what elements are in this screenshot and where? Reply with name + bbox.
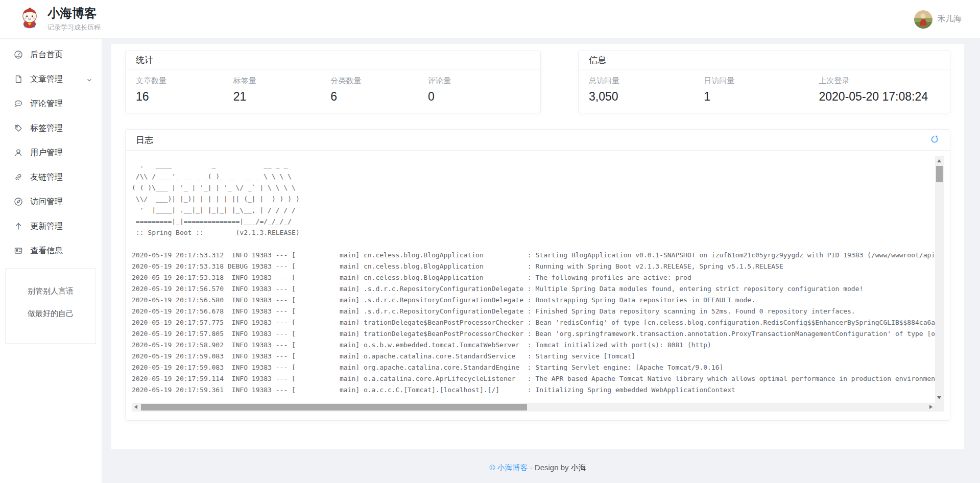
- idcard-icon: [14, 246, 23, 255]
- quote-line-2: 做最好的自己: [6, 302, 95, 325]
- stat-label: 总访问量: [589, 76, 704, 86]
- stat-value: 21: [233, 90, 331, 104]
- stat-value: 1: [704, 90, 819, 104]
- sidebar-item-label: 后台首页: [30, 50, 92, 60]
- stat-daily-visits: 日访问量 1: [704, 76, 819, 104]
- main-content: 统计 文章数量 16 标签量 21 分类数量 6: [111, 44, 964, 449]
- sidebar-item-users[interactable]: 用户管理: [0, 140, 102, 165]
- log-lines: 2020-05-19 20:17:53.312 INFO 19383 --- […: [132, 250, 935, 396]
- site-subtitle: 记录学习成长历程: [47, 23, 101, 32]
- username: 禾几海: [937, 14, 962, 25]
- sidebar-item-tags[interactable]: 标签管理: [0, 116, 102, 140]
- dashboard-icon: [14, 50, 23, 59]
- sidebar-quote-box: 别管别人言语 做最好的自己: [5, 268, 96, 344]
- admin-dashboard-page: 小海博客 记录学习成长历程 禾几海: [0, 0, 980, 483]
- footer-author: 小海: [571, 463, 586, 472]
- horizontal-scrollbar[interactable]: [132, 403, 935, 412]
- stat-articles: 文章数量 16: [136, 76, 233, 104]
- compass-icon: [14, 197, 23, 206]
- info-card-body: 总访问量 3,050 日访问量 1 上次登录 2020-05-20 17:08:…: [579, 69, 950, 104]
- sidebar: 后台首页 文章管理: [0, 39, 102, 483]
- sidebar-item-label: 更新管理: [30, 221, 92, 232]
- document-icon: [14, 75, 23, 84]
- stats-card-body: 文章数量 16 标签量 21 分类数量 6 评论量 0: [126, 69, 540, 104]
- sidebar-item-label: 评论管理: [30, 99, 92, 109]
- site-logo-icon: [18, 7, 41, 31]
- up-arrow-icon: [14, 222, 23, 231]
- sidebar-item-label: 用户管理: [30, 148, 92, 158]
- stats-card: 统计 文章数量 16 标签量 21 分类数量 6: [125, 51, 541, 113]
- stat-label: 上次登录: [819, 76, 940, 86]
- sidebar-item-comments[interactable]: 评论管理: [0, 91, 102, 116]
- stat-value: 2020-05-20 17:08:24: [819, 90, 940, 104]
- log-card-title: 日志: [136, 134, 153, 146]
- link-icon: [14, 173, 23, 182]
- sidebar-item-articles[interactable]: 文章管理: [0, 67, 102, 91]
- comment-icon: [14, 99, 23, 108]
- sidebar-item-updates[interactable]: 更新管理: [0, 214, 102, 238]
- horizontal-scroll-thumb[interactable]: [141, 404, 527, 410]
- stats-card-title: 统计: [136, 54, 153, 66]
- stat-label: 评论量: [428, 76, 530, 86]
- spring-boot-banner: . ____ _ __ _ _ /\\ / ___'_ __ _ _(_)_ _…: [132, 156, 935, 238]
- scroll-up-arrow[interactable]: [937, 159, 941, 162]
- sidebar-item-label: 查看信息: [30, 246, 92, 256]
- info-card-header: 信息: [579, 51, 950, 69]
- stat-label: 日访问量: [704, 76, 819, 86]
- stat-value: 16: [136, 90, 233, 104]
- stat-label: 标签量: [233, 76, 331, 86]
- stat-tags: 标签量 21: [233, 76, 331, 104]
- vertical-scroll-thumb[interactable]: [936, 166, 943, 182]
- sidebar-item-info[interactable]: 查看信息: [0, 238, 102, 263]
- stat-label: 文章数量: [136, 76, 233, 86]
- scroll-down-arrow[interactable]: [937, 396, 941, 399]
- stat-comments: 评论量 0: [428, 76, 530, 104]
- quote-line-1: 别管别人言语: [6, 280, 95, 302]
- stat-total-visits: 总访问量 3,050: [589, 76, 704, 104]
- info-card-title: 信息: [589, 54, 606, 66]
- stat-label: 分类数量: [330, 76, 428, 86]
- scroll-left-arrow[interactable]: [134, 405, 137, 409]
- log-card: 日志 . ____ _ __ _ _ /\\ / ___'_ __ _ _(_)…: [125, 129, 950, 421]
- user-avatar[interactable]: [914, 10, 933, 29]
- info-card: 信息 总访问量 3,050 日访问量 1 上次登录 2020-05-20 17:…: [578, 51, 950, 113]
- top-header: 小海博客 记录学习成长历程 禾几海: [0, 0, 980, 39]
- sidebar-item-dashboard[interactable]: 后台首页: [0, 42, 102, 67]
- site-title-block: 小海博客 记录学习成长历程: [47, 6, 101, 32]
- user-menu[interactable]: 禾几海: [914, 10, 962, 29]
- log-scroll-area[interactable]: . ____ _ __ _ _ /\\ / ___'_ __ _ _(_)_ _…: [132, 156, 935, 403]
- chevron-down-icon: [86, 76, 92, 82]
- sidebar-item-label: 友链管理: [30, 172, 92, 183]
- page-footer: © 小海博客 - Design by 小海: [111, 449, 964, 473]
- site-title: 小海博客: [47, 6, 101, 21]
- refresh-icon: [930, 135, 939, 146]
- sidebar-item-visits[interactable]: 访问管理: [0, 189, 102, 214]
- footer-separator: - Design by: [528, 463, 571, 472]
- site-logo-block[interactable]: 小海博客 记录学习成长历程: [18, 6, 101, 32]
- stat-categories: 分类数量 6: [330, 76, 428, 104]
- user-icon: [14, 148, 23, 157]
- stat-last-login: 上次登录 2020-05-20 17:08:24: [819, 76, 940, 104]
- footer-site-link[interactable]: 小海博客: [497, 463, 528, 472]
- vertical-scrollbar[interactable]: [935, 156, 944, 403]
- log-card-header: 日志: [126, 130, 950, 151]
- stat-value: 0: [428, 90, 530, 104]
- sidebar-item-label: 标签管理: [30, 123, 92, 134]
- stat-value: 3,050: [589, 90, 704, 104]
- sidebar-item-links[interactable]: 友链管理: [0, 165, 102, 189]
- stats-card-header: 统计: [126, 51, 540, 69]
- summary-cards-row: 统计 文章数量 16 标签量 21 分类数量 6: [125, 51, 950, 113]
- sidebar-item-label: 文章管理: [30, 74, 86, 85]
- sidebar-item-label: 访问管理: [30, 197, 92, 207]
- log-viewer: . ____ _ __ _ _ /\\ / ___'_ __ _ _(_)_ _…: [132, 156, 944, 412]
- stat-value: 6: [330, 90, 428, 104]
- scroll-right-arrow[interactable]: [929, 405, 933, 409]
- scrollbar-corner: [935, 403, 944, 412]
- refresh-button[interactable]: [929, 135, 940, 145]
- tag-icon: [14, 124, 23, 133]
- footer-copyright: ©: [489, 463, 497, 472]
